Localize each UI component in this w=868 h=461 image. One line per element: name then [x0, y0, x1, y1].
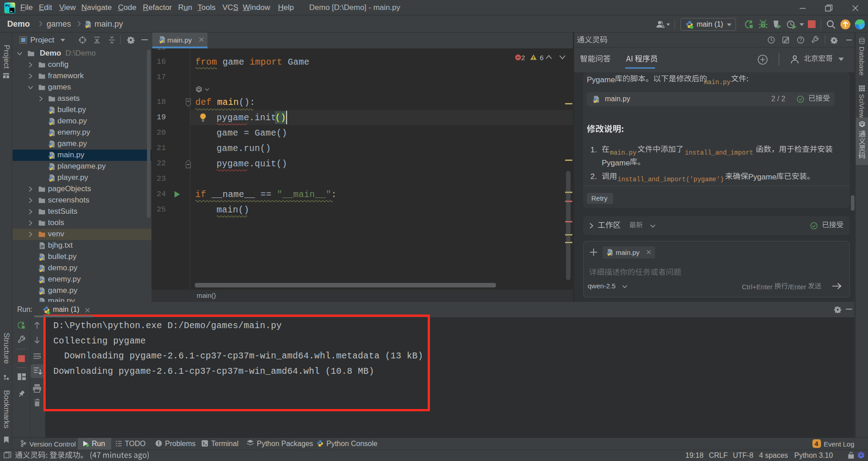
svg-text:PC: PC: [5, 4, 10, 8]
svg-text:?: ?: [799, 37, 802, 42]
